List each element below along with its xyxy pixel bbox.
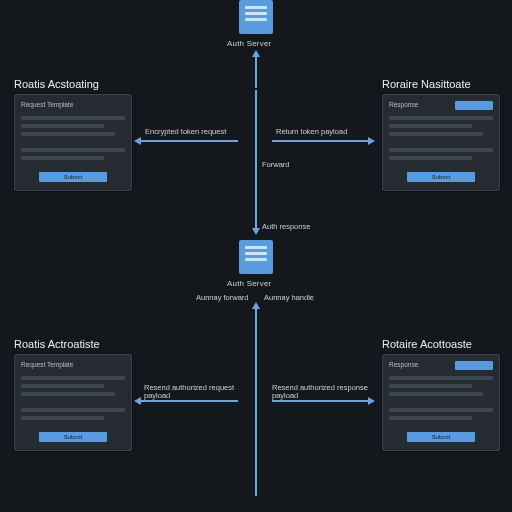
arrow-label: Resend authorized response payload <box>272 384 376 400</box>
card-header: Request Template <box>21 101 73 110</box>
server-line <box>245 246 267 249</box>
arrow-line <box>140 400 238 402</box>
card-br: Rotaire Acottoaste Response Submit <box>382 338 500 451</box>
page-card: Response Submit <box>382 354 500 451</box>
card-line <box>389 408 493 412</box>
arrow-line <box>255 306 257 496</box>
card-chip <box>455 361 493 370</box>
page-card: Response Submit <box>382 94 500 191</box>
arrow-line <box>272 400 370 402</box>
server-line <box>245 12 267 15</box>
card-line <box>21 416 104 420</box>
arrow-line <box>140 140 238 142</box>
arrow-label: Forward <box>262 160 290 169</box>
card-line <box>21 116 125 120</box>
server-line <box>245 18 267 21</box>
card-line <box>389 384 472 388</box>
arrow-head-left <box>134 397 141 405</box>
card-bl: Roatis Actroatiste Request Template Subm… <box>14 338 132 451</box>
arrow-label: Aunnay forward <box>196 293 249 302</box>
server-line <box>245 252 267 255</box>
card-button[interactable]: Submit <box>407 432 475 442</box>
card-button[interactable]: Submit <box>39 172 107 182</box>
arrow-label: Aunnay handle <box>264 293 314 302</box>
page-card: Request Template Submit <box>14 354 132 451</box>
server-caption: Auth Server <box>227 279 271 288</box>
card-line <box>389 148 493 152</box>
card-line <box>389 392 483 396</box>
card-line <box>21 408 125 412</box>
server-line <box>245 6 267 9</box>
arrow-head-left <box>134 137 141 145</box>
card-line <box>389 376 493 380</box>
card-line <box>21 376 125 380</box>
card-line <box>21 392 115 396</box>
card-line <box>21 132 115 136</box>
card-chip <box>455 101 493 110</box>
card-title: Rotaire Acottoaste <box>382 338 500 350</box>
card-line <box>389 156 472 160</box>
arrow-label: Auth response <box>262 222 310 231</box>
arrow-line <box>255 90 257 230</box>
card-line <box>21 124 104 128</box>
card-title: Roatis Actroatiste <box>14 338 132 350</box>
card-header: Request Template <box>21 361 73 370</box>
card-header: Response <box>389 101 418 110</box>
arrow-line <box>272 140 370 142</box>
card-line <box>21 148 125 152</box>
card-tr: Roraire Nasittoate Response Submit <box>382 78 500 191</box>
arrow-line <box>255 54 257 88</box>
card-line <box>21 156 104 160</box>
card-title: Roraire Nasittoate <box>382 78 500 90</box>
arrow-head-right <box>368 137 375 145</box>
server-line <box>245 258 267 261</box>
card-line <box>21 384 104 388</box>
card-button[interactable]: Submit <box>39 432 107 442</box>
card-line <box>389 132 483 136</box>
card-header: Response <box>389 361 418 370</box>
arrow-label: Resend authorized request payload <box>144 384 244 400</box>
arrow-head-down <box>252 228 260 235</box>
card-tl: Roatis Acstoating Request Template Submi… <box>14 78 132 191</box>
card-line <box>389 416 472 420</box>
card-title: Roatis Acstoating <box>14 78 132 90</box>
server-icon <box>239 240 273 274</box>
card-button[interactable]: Submit <box>407 172 475 182</box>
arrow-head-up <box>252 302 260 309</box>
server-caption: Auth Server <box>227 39 271 48</box>
card-line <box>389 124 472 128</box>
arrow-label: Encrypted token request <box>145 127 226 136</box>
arrow-head-up <box>252 50 260 57</box>
card-line <box>389 116 493 120</box>
page-card: Request Template Submit <box>14 94 132 191</box>
arrow-label: Return token payload <box>276 127 347 136</box>
server-icon <box>239 0 273 34</box>
